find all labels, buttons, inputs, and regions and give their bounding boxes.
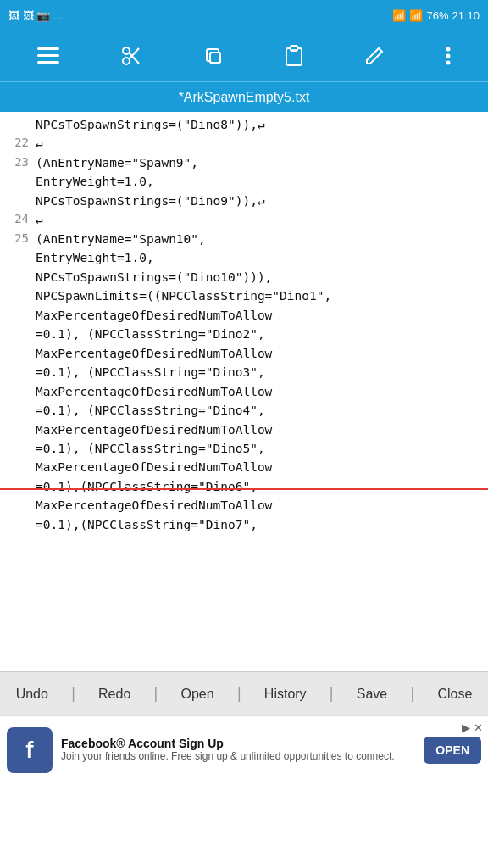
svg-rect-2 bbox=[37, 61, 59, 64]
copy-button[interactable] bbox=[195, 41, 232, 71]
battery-level: 76% bbox=[426, 9, 448, 22]
svg-point-14 bbox=[446, 54, 451, 58]
line-content: ↵ bbox=[36, 210, 488, 229]
close-button[interactable]: Close bbox=[429, 680, 480, 709]
app-icons: 🖼 🖼 📷 ... bbox=[8, 9, 63, 22]
line-row: 22 ↵ bbox=[0, 134, 488, 153]
toolbar bbox=[0, 31, 488, 81]
ad-logo: f bbox=[7, 727, 53, 773]
red-marker-line bbox=[0, 488, 488, 490]
redo-button[interactable]: Redo bbox=[90, 680, 139, 709]
ad-body: Join your friends online. Free sign up &… bbox=[61, 750, 417, 764]
line-number: 24 bbox=[0, 210, 36, 229]
line-content: (AnEntryName="Spawn9", EntryWeight=1.0, … bbox=[36, 153, 488, 210]
clock: 21:10 bbox=[452, 9, 480, 22]
save-button[interactable]: Save bbox=[348, 680, 396, 709]
line-content: ↵ bbox=[36, 134, 488, 153]
ad-text-block: Facebook® Account Sign Up Join your frie… bbox=[61, 737, 417, 764]
history-button[interactable]: History bbox=[256, 680, 315, 709]
signal-icon: 📶 bbox=[409, 9, 423, 22]
status-right: 📶 📶 76% 21:10 bbox=[392, 9, 480, 22]
ad-close-button[interactable]: ▶ ✕ bbox=[462, 721, 483, 734]
wifi-icon: 📶 bbox=[392, 9, 406, 22]
ad-title: Facebook® Account Sign Up bbox=[61, 737, 417, 750]
menu-button[interactable] bbox=[29, 42, 68, 70]
line-number: 22 bbox=[0, 134, 36, 153]
undo-button[interactable]: Undo bbox=[8, 680, 57, 709]
close-icon: ✕ bbox=[474, 721, 483, 734]
editor-content: NPCsToSpawnStrings=("Dino8")),↵ 22 ↵ 23 … bbox=[0, 112, 488, 537]
paste-button[interactable] bbox=[276, 40, 312, 72]
scissors-button[interactable] bbox=[112, 40, 151, 72]
ad-banner: f Facebook® Account Sign Up Join your fr… bbox=[0, 715, 488, 783]
svg-point-4 bbox=[123, 58, 130, 64]
file-title: *ArkSpawnEmpty5.txt bbox=[179, 90, 310, 105]
status-left: 🖼 🖼 📷 ... bbox=[8, 9, 63, 22]
ad-close-arrow: ▶ bbox=[462, 721, 470, 734]
bottom-bar: Undo | Redo | Open | History | Save | Cl… bbox=[0, 671, 488, 715]
svg-point-3 bbox=[123, 47, 130, 54]
more-button[interactable] bbox=[437, 41, 459, 71]
line-number: 25 bbox=[0, 230, 36, 248]
open-button[interactable]: Open bbox=[173, 680, 223, 709]
svg-rect-1 bbox=[37, 54, 59, 57]
line-row: 24 ↵ bbox=[0, 210, 488, 229]
editor-area[interactable]: NPCsToSpawnStrings=("Dino8")),↵ 22 ↵ 23 … bbox=[0, 112, 488, 671]
line-row: 23 (AnEntryName="Spawn9", EntryWeight=1.… bbox=[0, 153, 488, 210]
svg-point-15 bbox=[446, 61, 451, 65]
status-bar: 🖼 🖼 📷 ... 📶 📶 76% 21:10 bbox=[0, 0, 488, 31]
line-content: NPCsToSpawnStrings=("Dino8")),↵ bbox=[36, 115, 488, 134]
svg-rect-0 bbox=[37, 47, 59, 50]
svg-rect-8 bbox=[210, 53, 220, 63]
line-row: NPCsToSpawnStrings=("Dino8")),↵ bbox=[0, 115, 488, 134]
svg-point-13 bbox=[446, 47, 451, 52]
ad-open-button[interactable]: OPEN bbox=[424, 737, 481, 764]
file-title-bar: *ArkSpawnEmpty5.txt bbox=[0, 81, 488, 112]
line-number: 23 bbox=[0, 153, 36, 172]
pencil-button[interactable] bbox=[356, 41, 393, 71]
